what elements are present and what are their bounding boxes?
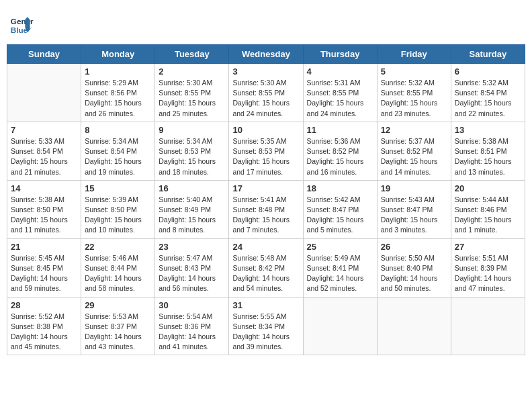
calendar: SundayMondayTuesdayWednesdayThursdayFrid…: [7, 44, 525, 355]
calendar-cell: 3Sunrise: 5:30 AM Sunset: 8:55 PM Daylig…: [229, 64, 303, 122]
day-info: Sunrise: 5:54 AM Sunset: 8:36 PM Dayligh…: [159, 312, 225, 353]
calendar-cell: 15Sunrise: 5:39 AM Sunset: 8:50 PM Dayli…: [81, 180, 155, 238]
calendar-cell: 17Sunrise: 5:41 AM Sunset: 8:48 PM Dayli…: [229, 180, 303, 238]
day-info: Sunrise: 5:38 AM Sunset: 8:51 PM Dayligh…: [455, 136, 521, 177]
calendar-week-row: 7Sunrise: 5:33 AM Sunset: 8:54 PM Daylig…: [7, 122, 525, 180]
calendar-cell: 21Sunrise: 5:45 AM Sunset: 8:45 PM Dayli…: [7, 238, 81, 297]
day-info: Sunrise: 5:42 AM Sunset: 8:47 PM Dayligh…: [307, 195, 373, 236]
day-info: Sunrise: 5:31 AM Sunset: 8:55 PM Dayligh…: [307, 78, 373, 119]
calendar-cell: 26Sunrise: 5:50 AM Sunset: 8:40 PM Dayli…: [377, 238, 451, 297]
day-number: 24: [232, 242, 299, 252]
calendar-cell: [451, 297, 525, 355]
calendar-cell: 9Sunrise: 5:34 AM Sunset: 8:53 PM Daylig…: [155, 122, 229, 180]
calendar-cell: 23Sunrise: 5:47 AM Sunset: 8:43 PM Dayli…: [155, 238, 229, 297]
calendar-cell: 13Sunrise: 5:38 AM Sunset: 8:51 PM Dayli…: [451, 122, 525, 180]
day-info: Sunrise: 5:43 AM Sunset: 8:47 PM Dayligh…: [381, 195, 447, 236]
calendar-cell: 25Sunrise: 5:49 AM Sunset: 8:41 PM Dayli…: [303, 238, 377, 297]
day-info: Sunrise: 5:35 AM Sunset: 8:53 PM Dayligh…: [232, 136, 299, 177]
calendar-cell: 14Sunrise: 5:38 AM Sunset: 8:50 PM Dayli…: [7, 180, 81, 238]
day-number: 23: [159, 242, 225, 252]
day-number: 15: [85, 183, 151, 193]
calendar-cell: 30Sunrise: 5:54 AM Sunset: 8:36 PM Dayli…: [155, 297, 229, 355]
calendar-cell: 18Sunrise: 5:42 AM Sunset: 8:47 PM Dayli…: [303, 180, 377, 238]
day-info: Sunrise: 5:48 AM Sunset: 8:42 PM Dayligh…: [232, 253, 299, 294]
calendar-cell: 11Sunrise: 5:36 AM Sunset: 8:52 PM Dayli…: [303, 122, 377, 180]
day-info: Sunrise: 5:30 AM Sunset: 8:55 PM Dayligh…: [159, 78, 225, 119]
logo-icon: General Blue: [9, 12, 34, 36]
calendar-week-row: 1Sunrise: 5:29 AM Sunset: 8:56 PM Daylig…: [7, 64, 525, 122]
day-number: 13: [455, 125, 521, 135]
day-number: 31: [232, 300, 299, 310]
day-info: Sunrise: 5:38 AM Sunset: 8:50 PM Dayligh…: [11, 195, 77, 236]
calendar-cell: [7, 64, 81, 122]
day-info: Sunrise: 5:32 AM Sunset: 8:55 PM Dayligh…: [381, 78, 447, 119]
day-info: Sunrise: 5:33 AM Sunset: 8:54 PM Dayligh…: [11, 136, 77, 177]
day-number: 26: [381, 242, 447, 252]
calendar-cell: 20Sunrise: 5:44 AM Sunset: 8:46 PM Dayli…: [451, 180, 525, 238]
calendar-cell: 8Sunrise: 5:34 AM Sunset: 8:54 PM Daylig…: [81, 122, 155, 180]
svg-text:General: General: [11, 17, 34, 26]
calendar-cell: 19Sunrise: 5:43 AM Sunset: 8:47 PM Dayli…: [377, 180, 451, 238]
day-number: 22: [85, 242, 151, 252]
calendar-week-row: 28Sunrise: 5:52 AM Sunset: 8:38 PM Dayli…: [7, 297, 525, 355]
calendar-cell: 28Sunrise: 5:52 AM Sunset: 8:38 PM Dayli…: [7, 297, 81, 355]
day-info: Sunrise: 5:29 AM Sunset: 8:56 PM Dayligh…: [85, 78, 151, 119]
calendar-cell: 31Sunrise: 5:55 AM Sunset: 8:34 PM Dayli…: [229, 297, 303, 355]
day-number: 21: [11, 242, 77, 252]
day-number: 12: [381, 125, 447, 135]
day-info: Sunrise: 5:34 AM Sunset: 8:53 PM Dayligh…: [159, 136, 225, 177]
day-info: Sunrise: 5:45 AM Sunset: 8:45 PM Dayligh…: [11, 253, 77, 294]
calendar-cell: 29Sunrise: 5:53 AM Sunset: 8:37 PM Dayli…: [81, 297, 155, 355]
day-number: 14: [11, 183, 77, 193]
day-info: Sunrise: 5:30 AM Sunset: 8:55 PM Dayligh…: [232, 78, 299, 119]
day-number: 3: [232, 66, 299, 77]
calendar-cell: 7Sunrise: 5:33 AM Sunset: 8:54 PM Daylig…: [7, 122, 81, 180]
calendar-cell: 24Sunrise: 5:48 AM Sunset: 8:42 PM Dayli…: [229, 238, 303, 297]
day-number: 4: [307, 66, 373, 77]
day-number: 2: [159, 66, 225, 77]
day-number: 1: [85, 66, 151, 77]
weekday-header-wednesday: Wednesday: [229, 45, 303, 64]
calendar-week-row: 21Sunrise: 5:45 AM Sunset: 8:45 PM Dayli…: [7, 238, 525, 297]
calendar-cell: 4Sunrise: 5:31 AM Sunset: 8:55 PM Daylig…: [303, 64, 377, 122]
day-info: Sunrise: 5:50 AM Sunset: 8:40 PM Dayligh…: [381, 253, 447, 294]
day-number: 29: [85, 300, 151, 310]
day-number: 20: [455, 183, 521, 193]
calendar-cell: [377, 297, 451, 355]
weekday-header-thursday: Thursday: [303, 45, 377, 64]
day-info: Sunrise: 5:49 AM Sunset: 8:41 PM Dayligh…: [307, 253, 373, 294]
day-info: Sunrise: 5:46 AM Sunset: 8:44 PM Dayligh…: [85, 253, 151, 294]
calendar-cell: 1Sunrise: 5:29 AM Sunset: 8:56 PM Daylig…: [81, 64, 155, 122]
day-number: 11: [307, 125, 373, 135]
day-number: 19: [381, 183, 447, 193]
calendar-cell: 2Sunrise: 5:30 AM Sunset: 8:55 PM Daylig…: [155, 64, 229, 122]
day-info: Sunrise: 5:39 AM Sunset: 8:50 PM Dayligh…: [85, 195, 151, 236]
day-number: 6: [455, 66, 521, 77]
calendar-cell: 5Sunrise: 5:32 AM Sunset: 8:55 PM Daylig…: [377, 64, 451, 122]
day-info: Sunrise: 5:53 AM Sunset: 8:37 PM Dayligh…: [85, 312, 151, 353]
day-number: 18: [307, 183, 373, 193]
day-number: 16: [159, 183, 225, 193]
weekday-header-saturday: Saturday: [451, 45, 525, 64]
header: General Blue: [7, 7, 525, 39]
day-info: Sunrise: 5:37 AM Sunset: 8:52 PM Dayligh…: [381, 136, 447, 177]
calendar-cell: 6Sunrise: 5:32 AM Sunset: 8:54 PM Daylig…: [451, 64, 525, 122]
day-info: Sunrise: 5:36 AM Sunset: 8:52 PM Dayligh…: [307, 136, 373, 177]
day-info: Sunrise: 5:55 AM Sunset: 8:34 PM Dayligh…: [232, 312, 299, 353]
weekday-header-sunday: Sunday: [7, 45, 81, 64]
calendar-cell: [303, 297, 377, 355]
calendar-cell: 16Sunrise: 5:40 AM Sunset: 8:49 PM Dayli…: [155, 180, 229, 238]
calendar-cell: 12Sunrise: 5:37 AM Sunset: 8:52 PM Dayli…: [377, 122, 451, 180]
day-number: 9: [159, 125, 225, 135]
day-info: Sunrise: 5:52 AM Sunset: 8:38 PM Dayligh…: [11, 312, 77, 353]
day-info: Sunrise: 5:47 AM Sunset: 8:43 PM Dayligh…: [159, 253, 225, 294]
day-number: 28: [11, 300, 77, 310]
day-number: 30: [159, 300, 225, 310]
weekday-header-friday: Friday: [377, 45, 451, 64]
day-info: Sunrise: 5:44 AM Sunset: 8:46 PM Dayligh…: [455, 195, 521, 236]
calendar-cell: 22Sunrise: 5:46 AM Sunset: 8:44 PM Dayli…: [81, 238, 155, 297]
calendar-cell: 27Sunrise: 5:51 AM Sunset: 8:39 PM Dayli…: [451, 238, 525, 297]
day-info: Sunrise: 5:51 AM Sunset: 8:39 PM Dayligh…: [455, 253, 521, 294]
calendar-cell: 10Sunrise: 5:35 AM Sunset: 8:53 PM Dayli…: [229, 122, 303, 180]
day-number: 27: [455, 242, 521, 252]
